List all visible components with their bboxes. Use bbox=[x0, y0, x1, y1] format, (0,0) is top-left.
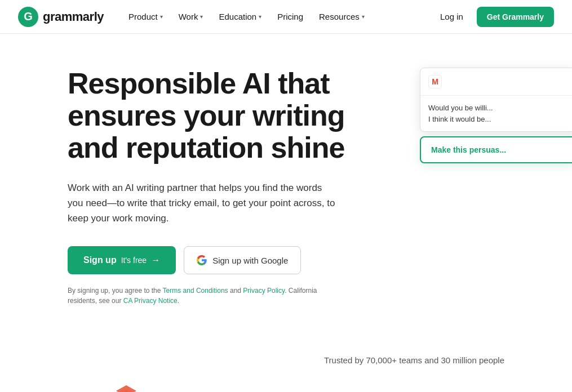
nav-signin-link[interactable]: Log in bbox=[433, 7, 470, 26]
databricks-svg bbox=[116, 385, 136, 392]
databricks-logo: databricks bbox=[107, 385, 145, 392]
databricks-icon bbox=[116, 385, 136, 392]
hero-right-card: M Would you be willi... I think it would… bbox=[420, 68, 572, 163]
grammarly-suggestion-box[interactable]: Make this persuas... bbox=[420, 136, 572, 163]
hero-title: Responsible AI that ensures your writing… bbox=[68, 68, 394, 164]
gmail-line1: Would you be willi... bbox=[428, 103, 569, 114]
gmail-card: M Would you be willi... I think it would… bbox=[420, 68, 572, 132]
gmail-card-header: M bbox=[420, 68, 572, 96]
signup-button[interactable]: Sign up It's free → bbox=[68, 246, 176, 274]
nav-pricing[interactable]: Pricing bbox=[271, 7, 310, 26]
google-icon bbox=[197, 255, 207, 265]
signup-arrow: → bbox=[151, 255, 160, 265]
hero-disclaimer: By signing up, you agree to the Terms an… bbox=[68, 286, 338, 306]
logos-row: databricks ATLASSIAN align Washington Un… bbox=[68, 385, 504, 392]
nav-logo[interactable]: G grammarly bbox=[18, 7, 104, 27]
hero-buttons: Sign up It's free → Sign up with Google bbox=[68, 246, 394, 274]
signup-suffix: It's free bbox=[121, 256, 147, 265]
ca-privacy-link[interactable]: CA Privacy Notice bbox=[123, 297, 178, 305]
signup-label: Sign up bbox=[83, 255, 117, 265]
gmail-icon: M bbox=[428, 75, 442, 88]
trusted-text: Trusted by 70,000+ teams and 30 million … bbox=[68, 355, 504, 365]
privacy-link[interactable]: Privacy Policy bbox=[243, 287, 285, 295]
gmail-line2: I think it would be... bbox=[428, 114, 569, 125]
gmail-card-body: Would you be willi... I think it would b… bbox=[420, 96, 572, 131]
navbar: G grammarly Product▾ Work▾ Education▾ Pr… bbox=[0, 0, 572, 34]
trusted-section: Trusted by 70,000+ teams and 30 million … bbox=[0, 328, 572, 392]
nav-resources[interactable]: Resources▾ bbox=[312, 7, 371, 26]
nav-product[interactable]: Product▾ bbox=[122, 7, 170, 26]
hero-left: Responsible AI that ensures your writing… bbox=[68, 68, 394, 306]
terms-link[interactable]: Terms and Conditions bbox=[163, 287, 228, 295]
signup-google-button[interactable]: Sign up with Google bbox=[184, 246, 301, 274]
nav-education[interactable]: Education▾ bbox=[212, 7, 268, 26]
nav-links: Product▾ Work▾ Education▾ Pricing Resour… bbox=[122, 7, 371, 26]
grammarly-logo-icon: G bbox=[18, 7, 38, 27]
google-signup-label: Sign up with Google bbox=[212, 256, 288, 265]
nav-get-grammarly-button[interactable]: Get Grammarly bbox=[477, 7, 554, 27]
hero-section: Responsible AI that ensures your writing… bbox=[0, 34, 572, 328]
svg-text:G: G bbox=[24, 10, 33, 23]
nav-logo-text: grammarly bbox=[43, 10, 104, 24]
nav-work[interactable]: Work▾ bbox=[172, 7, 210, 26]
hero-subtitle: Work with an AI writing partner that hel… bbox=[68, 180, 338, 226]
nav-right: Log in Get Grammarly bbox=[433, 7, 554, 27]
